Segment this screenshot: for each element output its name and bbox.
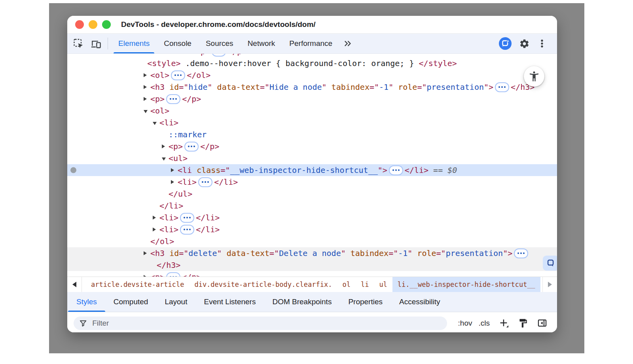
accessibility-overlay-button[interactable] (524, 66, 544, 87)
breadcrumb-item[interactable]: li.__web-inspector-hide-shortcut__ (392, 277, 540, 292)
collapsed-arrow-icon[interactable] (153, 228, 156, 231)
collapsed-arrow-icon[interactable] (144, 85, 147, 89)
expand-arrow-slot[interactable] (153, 216, 159, 220)
expand-arrow-slot[interactable] (162, 144, 169, 148)
tab-layout[interactable]: Layout (156, 292, 195, 312)
ellipsis-expand-button[interactable] (166, 272, 180, 277)
expand-arrow-slot[interactable] (162, 156, 169, 161)
expanded-arrow-icon[interactable] (153, 122, 157, 125)
collapsed-arrow-icon[interactable] (144, 73, 147, 77)
dom-node-row[interactable]: <li></li> (67, 176, 557, 188)
dom-node-row[interactable]: <ol></ol> (67, 69, 557, 81)
settings-gear-icon[interactable] (515, 38, 533, 49)
ellipsis-expand-button[interactable] (212, 54, 226, 57)
inspect-element-icon[interactable] (67, 34, 87, 53)
close-button[interactable] (75, 20, 84, 29)
expand-arrow-slot[interactable] (171, 180, 178, 184)
ellipsis-expand-button[interactable] (171, 70, 185, 80)
ellipsis-expand-button[interactable] (184, 142, 199, 152)
breadcrumb-item[interactable]: ol (337, 277, 355, 292)
tab-event-listeners[interactable]: Event Listeners (195, 292, 264, 312)
expand-arrow-slot[interactable] (144, 251, 150, 255)
collapsed-arrow-icon[interactable] (171, 168, 174, 172)
breadcrumb-item[interactable]: div.devsite-article-body.clearfix. (189, 277, 337, 292)
expand-arrow-slot[interactable] (144, 73, 150, 77)
tab-performance[interactable]: Performance (282, 34, 339, 53)
device-toolbar-icon[interactable] (87, 34, 104, 53)
expand-arrow-slot[interactable] (144, 275, 150, 277)
breadcrumb-item[interactable]: ul (374, 277, 392, 292)
ai-assistance-icon[interactable] (495, 37, 515, 50)
ellipsis-expand-button[interactable] (495, 82, 509, 92)
styles-filter-input[interactable] (91, 318, 442, 328)
code-token: <p> (150, 94, 165, 104)
dom-node-row[interactable]: <li class="__web-inspector-hide-shortcut… (67, 164, 557, 176)
toggle-hov[interactable]: :hov (455, 319, 476, 328)
dom-node-row[interactable]: <li> (67, 117, 557, 129)
dom-node-row[interactable]: <style> .demo--hover:hover { background-… (67, 57, 557, 69)
ai-assistance-floating-button[interactable] (543, 256, 557, 271)
tab-properties[interactable]: Properties (340, 292, 391, 312)
dom-node-row[interactable]: <li></li> (67, 224, 557, 235)
dom-node-row[interactable]: <p></p> (67, 271, 557, 277)
code-token: "> (378, 165, 387, 175)
tab-network[interactable]: Network (241, 34, 282, 53)
tab-dom-breakpoints[interactable]: DOM Breakpoints (264, 292, 340, 312)
dom-node-row[interactable]: <ol> (67, 105, 557, 117)
toggle-cls[interactable]: .cls (476, 319, 493, 328)
expand-arrow-slot[interactable] (144, 109, 150, 113)
code-token: ::marker (169, 130, 207, 139)
tab-console[interactable]: Console (157, 34, 199, 53)
minimize-button[interactable] (89, 20, 97, 29)
ellipsis-expand-button[interactable] (514, 248, 528, 258)
dom-node-row[interactable]: <ul> (67, 152, 557, 164)
collapsed-arrow-icon[interactable] (144, 97, 147, 101)
collapsed-arrow-icon[interactable] (171, 180, 174, 184)
expand-arrow-slot[interactable] (153, 121, 159, 125)
expanded-arrow-icon[interactable] (144, 110, 148, 113)
dom-node-row[interactable]: </ul> (67, 188, 557, 200)
collapsed-arrow-icon[interactable] (144, 251, 147, 255)
dom-node-row[interactable]: <p></p> (67, 140, 557, 152)
tab-styles[interactable]: Styles (68, 292, 105, 312)
styles-filter-field[interactable] (74, 317, 447, 330)
breadcrumb-item[interactable]: article.devsite-article (86, 277, 189, 292)
dom-node-row[interactable]: <p></p> (67, 93, 557, 105)
dom-node-row[interactable]: <li></li> (67, 212, 557, 224)
ellipsis-expand-button[interactable] (198, 177, 212, 187)
ellipsis-expand-button[interactable] (389, 165, 403, 175)
expanded-arrow-icon[interactable] (162, 157, 166, 161)
dom-node-row[interactable]: </h3> (67, 259, 557, 271)
expand-arrow-slot[interactable] (144, 85, 150, 89)
dom-node-row[interactable]: </ol> (67, 235, 557, 247)
tab-elements[interactable]: Elements (111, 34, 157, 53)
add-style-rule-icon[interactable] (495, 318, 512, 328)
breadcrumb-scroll-left-button[interactable] (67, 277, 82, 292)
ellipsis-expand-button[interactable] (180, 213, 194, 223)
more-tabs-icon[interactable] (339, 34, 356, 53)
dom-node-row[interactable]: </li> (67, 200, 557, 212)
expand-arrow-slot[interactable] (144, 97, 150, 101)
dom-node-row[interactable]: <h3 id="delete" data-text="Delete a node… (67, 247, 557, 259)
zoom-button[interactable] (102, 20, 111, 29)
expand-arrow-slot[interactable] (153, 228, 159, 231)
dom-node-row[interactable]: <p></p> (67, 54, 557, 57)
tab-sources[interactable]: Sources (199, 34, 241, 53)
tab-computed[interactable]: Computed (105, 292, 157, 312)
ellipsis-expand-button[interactable] (166, 94, 180, 104)
tab-accessibility[interactable]: Accessibility (391, 292, 448, 312)
dom-node-row[interactable]: ::marker (67, 129, 557, 140)
collapsed-arrow-icon[interactable] (144, 275, 147, 277)
expand-arrow-slot[interactable] (171, 168, 178, 172)
collapsed-arrow-icon[interactable] (162, 144, 165, 148)
format-paint-icon[interactable] (515, 318, 531, 328)
ellipsis-expand-button[interactable] (180, 225, 194, 235)
breadcrumb-item[interactable]: li (356, 277, 374, 292)
collapsed-arrow-icon[interactable] (153, 216, 156, 220)
dom-node-row[interactable]: <h3 id="hide" data-text="Hide a node" ta… (67, 81, 557, 93)
breadcrumb-scroll-right-button[interactable] (542, 277, 557, 292)
kebab-menu-icon[interactable] (533, 38, 551, 49)
dock-sidebar-icon[interactable] (534, 318, 551, 328)
window-controls (75, 20, 111, 29)
accessibility-person-icon (528, 70, 540, 82)
